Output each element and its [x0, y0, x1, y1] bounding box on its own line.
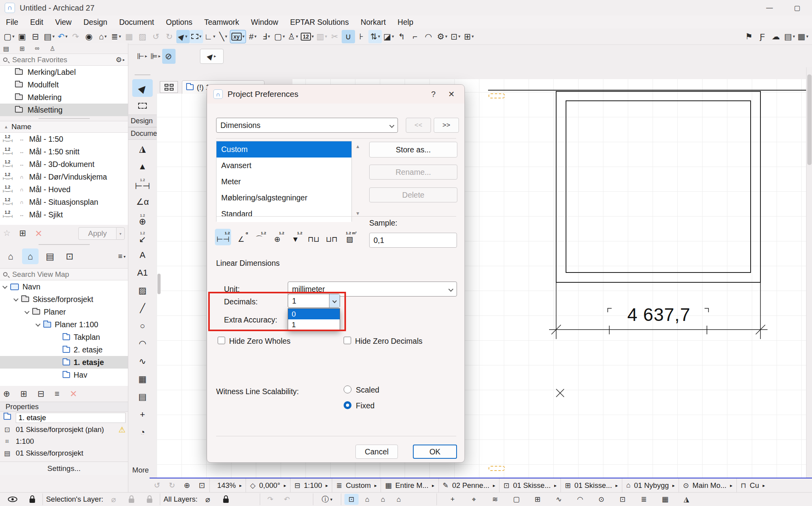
publisher-sets-button[interactable]: ⊡	[61, 248, 78, 264]
linked-dimension-button[interactable]: ⊘	[162, 49, 176, 64]
toggle-visibility-button[interactable]	[6, 494, 20, 505]
arrow-tool[interactable]: ▶	[132, 79, 153, 97]
scaled-radio[interactable]	[344, 386, 351, 393]
guide-line-button[interactable]: ╲ ▾	[216, 30, 230, 43]
frame-button[interactable]: ▢ ▾	[273, 30, 286, 43]
more-tools-button[interactable]: ⊞ ▾	[462, 30, 475, 43]
scrollbar-thumb[interactable]	[807, 74, 812, 165]
bottom-icon[interactable]: ▦	[658, 494, 672, 505]
decimals-option[interactable]: 0	[288, 309, 340, 319]
snap-grid-button[interactable]: # ▾	[246, 30, 259, 43]
show-all-layers-button[interactable]: ⌀	[201, 494, 215, 505]
favorite-item-row[interactable]: 1.2⊢—⊣ ∩ Mål - Situasjonsplan	[0, 196, 128, 208]
tree-item[interactable]: Planer	[0, 306, 128, 318]
favorites-settings-button[interactable]: ⚙▸	[116, 56, 125, 64]
ok-button[interactable]: OK	[413, 445, 457, 459]
view-map-button[interactable]: ⌂	[22, 248, 39, 264]
f-favorites-button[interactable]: Ƒ	[756, 30, 769, 43]
menu-edit[interactable]: Edit	[24, 18, 49, 27]
structure-display-control[interactable]: ⌂ 01 Nybygg ▸	[622, 478, 679, 492]
quick-layers-window-button[interactable]: ⊡	[344, 494, 359, 505]
apply-dropdown-button[interactable]: ▾	[116, 227, 125, 240]
text-tool[interactable]: A	[132, 246, 153, 264]
layers-button[interactable]: ≣ ▾	[109, 30, 123, 43]
favorite-item-row[interactable]: 1.2⊢—⊣ ↔ Mål - 3D-dokument	[0, 158, 128, 171]
new-favorite-folder-button[interactable]: ⊞	[19, 228, 26, 239]
marquee-tool-button[interactable]: ▾	[190, 30, 203, 43]
place-image-button[interactable]: ▤ ▾	[783, 30, 796, 43]
bottom-icon[interactable]: ◠	[573, 494, 587, 505]
level-tool-button[interactable]: ∟ ▾	[203, 30, 216, 43]
open-button[interactable]: ▤ ▾	[43, 30, 56, 43]
zoom-forward-button[interactable]: ↻	[165, 481, 179, 490]
undo-button[interactable]: ↶ ▾	[56, 30, 69, 43]
panel-divider[interactable]	[0, 242, 128, 247]
view-settings-button[interactable]: ≡	[55, 389, 59, 398]
hide-zero-decimals-checkbox[interactable]	[344, 337, 351, 344]
menu-window[interactable]: Window	[245, 18, 284, 27]
tree-options-button[interactable]: ≡▾	[118, 252, 126, 261]
favorite-item-row[interactable]: 1.2⊢—⊣ ∩ Mål - Dør/Vinduskjema	[0, 171, 128, 183]
palette-drag-handle[interactable]	[157, 274, 161, 294]
toggle-lock-button[interactable]	[25, 494, 39, 505]
minimize-button[interactable]: —	[762, 2, 777, 13]
section-marker[interactable]	[488, 93, 505, 98]
bottom-icon[interactable]: ◮	[679, 494, 694, 505]
dimension-tool[interactable]: 1.2 ⊢⊣	[132, 175, 153, 193]
project-map-button[interactable]: ⌂	[2, 248, 19, 264]
radial-dimension-icon[interactable]: 1.2 ⌒	[251, 229, 267, 245]
dimension-favorite-2-button[interactable]: ⊫ ▸	[149, 49, 162, 64]
bottom-icon[interactable]: ≣	[637, 494, 651, 505]
layer-combination-row[interactable]: ⊡ 01 Skisse/forprosjekt (plan) ⚠	[0, 424, 128, 436]
new-file-button[interactable]: ▢ ▾	[2, 30, 16, 43]
zoom-back-button[interactable]: ↺	[150, 481, 165, 490]
person-icon[interactable]: ♙	[50, 45, 55, 52]
preference-page-select[interactable]: Dimensions	[216, 118, 398, 133]
delete-view-button[interactable]: ✕	[70, 389, 77, 399]
tree-item[interactable]: Skisse/forprosjekt	[0, 293, 128, 306]
menu-norkart[interactable]: Norkart	[355, 18, 392, 27]
toolbox-group-document[interactable]: Document	[128, 127, 157, 140]
decimals-option[interactable]: 1	[288, 319, 340, 330]
pin-button[interactable]: ⊡ ▾	[449, 30, 462, 43]
clone-folder-button[interactable]: ⊟	[37, 389, 44, 398]
copy-settings-button[interactable]: ▦	[123, 30, 136, 43]
scroll-down-icon[interactable]: ▼	[354, 211, 361, 216]
pen-set-row[interactable]: ▤ 01 Skisse/forprosjekt	[0, 447, 128, 459]
polyline-tool[interactable]: ◠	[132, 335, 153, 352]
tree-item[interactable]: Takplan	[0, 331, 128, 343]
adjust-button[interactable]: ⌐	[409, 30, 422, 43]
undo-arrow-button[interactable]: ↶	[280, 494, 294, 505]
section-marker[interactable]	[488, 466, 505, 471]
store-as-button[interactable]: Store as...	[369, 142, 457, 158]
cloud-button[interactable]: ☁	[769, 30, 783, 43]
expand-caret-icon[interactable]	[24, 309, 30, 314]
help-button[interactable]: ?	[427, 90, 440, 99]
dimension-favorite-1-button[interactable]: ⊩ ▸	[135, 49, 149, 64]
unlock-all-layers-button[interactable]	[219, 494, 233, 505]
layout-table-button[interactable]: ▦ ▾	[796, 30, 810, 43]
unlock-selection-layer-button[interactable]	[142, 494, 157, 505]
zoom-in-button[interactable]: ⊕	[179, 481, 194, 490]
hotspot-tool[interactable]: +	[132, 406, 153, 423]
standard-row[interactable]: Custom	[216, 141, 351, 158]
name-column-header[interactable]: ▲ Name	[0, 121, 128, 133]
dialog-title-bar[interactable]: ∩ Project Preferences ? ✕	[207, 85, 464, 104]
erase-guides-button[interactable]: ◪ ▾	[382, 30, 395, 43]
canvas-vertical-scrollbar[interactable]	[806, 67, 812, 478]
menu-help[interactable]: Help	[392, 18, 419, 27]
hide-selection-layer-button[interactable]: ⌀	[106, 494, 120, 505]
elevation-dimension-icon[interactable]: 1.2 ▼	[287, 229, 303, 245]
door-dimension-icon[interactable]: ⊓⊔	[305, 229, 322, 245]
bottom-icon[interactable]: ⊡	[616, 494, 630, 505]
arrow-tool-button[interactable]: ▶ ▾	[176, 30, 190, 43]
clipped-control[interactable]: ⊓ Cu ▸	[736, 478, 769, 492]
layout-book-button[interactable]: ▤	[42, 248, 58, 264]
menu-eptar[interactable]: EPTAR Solutions	[284, 18, 355, 27]
scroll-up-icon[interactable]: ▲	[354, 144, 361, 149]
model-compare-control[interactable]: ⊙ Main Mo... ▸	[679, 478, 736, 492]
guides-button[interactable]: ⇅ ▾	[368, 30, 382, 43]
scale-row[interactable]: ⌗ 1:100	[0, 436, 128, 447]
menu-document[interactable]: Document	[113, 18, 160, 27]
tree-item[interactable]: Hav	[0, 369, 128, 381]
